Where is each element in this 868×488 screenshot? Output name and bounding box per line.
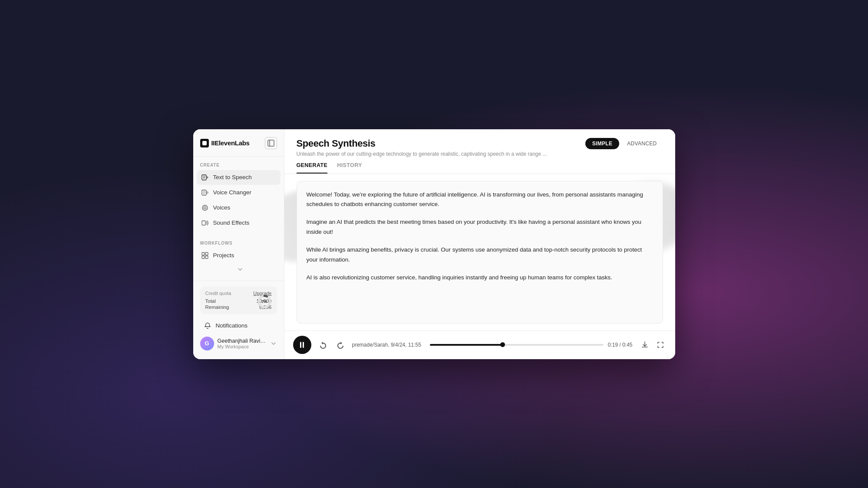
rewind-button[interactable]	[317, 339, 329, 350]
sidebar-item-voices[interactable]: Voices	[197, 200, 281, 215]
notifications-item[interactable]: Notifications	[199, 318, 278, 333]
sidebar-item-projects[interactable]: Projects	[197, 248, 281, 263]
content-area: Welcome! Today, we're exploring the futu…	[284, 174, 675, 331]
user-row[interactable]: G Geethanjhali Raviku... My Workspace	[200, 333, 277, 354]
workflows-section-label: WORKFLOWS	[193, 235, 284, 248]
text-to-speech-label: Text to Speech	[213, 174, 252, 180]
user-name: Geethanjhali Raviku...	[218, 338, 267, 344]
donut-percent-label: 7%	[257, 294, 272, 309]
sound-effects-icon	[201, 219, 209, 227]
user-menu-chevron	[270, 340, 277, 347]
text-to-speech-icon	[201, 174, 209, 181]
sidebar-item-text-to-speech[interactable]: Text to Speech	[197, 170, 281, 185]
logo-icon	[200, 139, 209, 147]
text-paragraph-1: Welcome! Today, we're exploring the futu…	[307, 190, 653, 210]
user-workspace: My Workspace	[218, 344, 267, 349]
pause-icon	[300, 342, 304, 348]
expand-button[interactable]	[654, 339, 667, 351]
svg-rect-0	[268, 140, 274, 146]
remaining-label: Remaining	[205, 305, 229, 310]
credit-quota-panel: Credit quota Upgrade Total 10,000 Remain…	[200, 286, 277, 314]
svg-rect-17	[202, 256, 205, 259]
total-label: Total	[205, 298, 216, 304]
bell-icon	[204, 322, 211, 330]
text-body: Welcome! Today, we're exploring the futu…	[297, 181, 663, 292]
sound-effects-label: Sound Effects	[213, 219, 250, 226]
header-controls: SIMPLE ADVANCED	[585, 138, 663, 149]
page-description: Unleash the power of our cutting-edge te…	[297, 151, 601, 157]
text-paragraph-3: While AI brings amazing benefits, privac…	[307, 245, 653, 265]
current-time: 0:19	[608, 342, 618, 348]
svg-rect-15	[202, 252, 205, 255]
expand-workflows-button[interactable]	[197, 263, 284, 276]
progress-fill	[430, 344, 503, 346]
logo: IIElevenLabs	[200, 139, 250, 147]
projects-label: Projects	[213, 252, 234, 259]
text-content-box[interactable]: Welcome! Today, we're exploring the futu…	[297, 181, 663, 324]
forward-button[interactable]	[335, 339, 346, 350]
download-button[interactable]	[639, 339, 651, 351]
player-actions	[639, 339, 667, 351]
sidebar-item-voice-changer[interactable]: Voice Changer	[197, 185, 281, 200]
progress-track[interactable]	[430, 344, 604, 346]
app-window: IIElevenLabs CREATE	[193, 129, 675, 359]
svg-point-13	[205, 207, 205, 208]
svg-rect-14	[202, 221, 205, 225]
create-section-label: CREATE	[193, 157, 284, 170]
voices-label: Voices	[213, 204, 231, 211]
sidebar-header: IIElevenLabs	[193, 129, 284, 157]
projects-icon	[201, 252, 209, 259]
logo-text: IIElevenLabs	[211, 139, 250, 147]
workflows-nav: Projects	[193, 248, 284, 263]
player-meta: premade/Sarah, 9/4/24, 11:55	[352, 342, 421, 348]
credit-quota-title: Credit quota	[205, 291, 231, 296]
sidebar: IIElevenLabs CREATE	[193, 129, 284, 359]
svg-rect-18	[205, 256, 208, 259]
voices-icon	[201, 204, 209, 212]
player-track-name: premade/Sarah, 9/4/24, 11:55	[352, 342, 421, 348]
tab-history[interactable]: HISTORY	[337, 162, 362, 174]
svg-rect-16	[205, 252, 208, 255]
user-info: Geethanjhali Raviku... My Workspace	[218, 338, 267, 349]
main-header: Speech Synthesis SIMPLE ADVANCED Unleash…	[284, 129, 675, 174]
advanced-mode-button[interactable]: ADVANCED	[621, 138, 663, 149]
text-paragraph-4: AI is also revolutionizing customer serv…	[307, 273, 653, 283]
text-panel: Welcome! Today, we're exploring the futu…	[284, 174, 675, 331]
tabs: GENERATE HISTORY	[297, 162, 663, 174]
sidebar-footer: Credit quota Upgrade Total 10,000 Remain…	[193, 281, 284, 359]
layout-toggle-button[interactable]	[265, 137, 277, 149]
total-time: 0:45	[622, 342, 632, 348]
text-paragraph-2: Imagine an AI that predicts the best mee…	[307, 217, 653, 237]
sidebar-item-sound-effects[interactable]: Sound Effects	[197, 216, 281, 230]
time-display: 0:19 / 0:45	[608, 342, 633, 348]
voice-changer-icon	[201, 189, 209, 197]
user-avatar: G	[200, 337, 214, 350]
main-content: Speech Synthesis SIMPLE ADVANCED Unleash…	[284, 129, 675, 359]
voice-changer-label: Voice Changer	[213, 189, 252, 196]
pause-button[interactable]	[293, 336, 311, 354]
page-title: Speech Synthesis	[297, 138, 376, 149]
simple-mode-button[interactable]: SIMPLE	[585, 138, 619, 149]
player-bar: premade/Sarah, 9/4/24, 11:55 0:19 / 0:45	[284, 331, 675, 359]
tab-generate[interactable]: GENERATE	[297, 162, 328, 174]
notifications-label: Notifications	[216, 322, 248, 329]
credit-donut-chart: 7%	[257, 294, 272, 309]
create-nav: Text to Speech Voice Changer	[193, 170, 284, 230]
progress-area: 0:19 / 0:45	[430, 342, 633, 348]
